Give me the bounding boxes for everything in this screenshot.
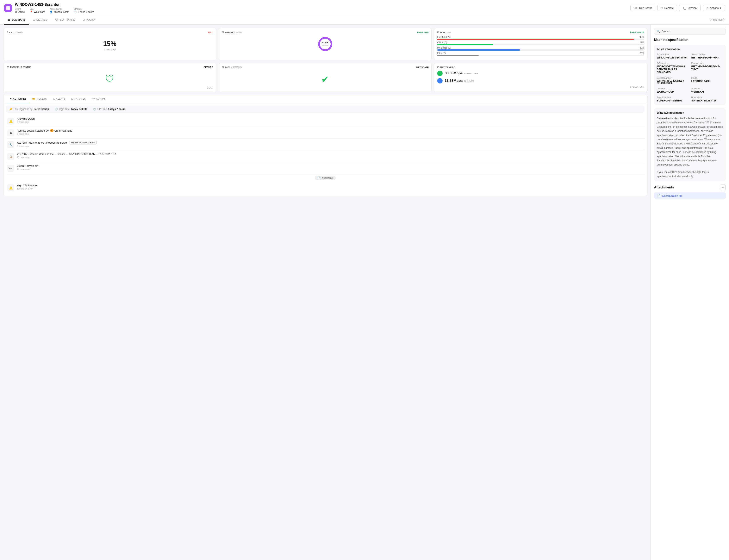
upload-speed: 33.33Mbps [445, 79, 463, 83]
act-tab-alerts[interactable]: ⚠ ALERTS [50, 95, 68, 103]
act-tab-tickets[interactable]: 🎫 TICKETS [29, 95, 50, 103]
activity-time: 2 hours ago [17, 121, 643, 123]
disk-free: FREE 550GB [630, 31, 644, 34]
act-tab-activities[interactable]: ✦ ACTIVITIES [7, 95, 29, 103]
disk-name: Files (E) [437, 52, 446, 54]
disk-name: Local disk (C) [437, 36, 451, 38]
right-panel: 🔍 Machine specification Asset informatio… [650, 25, 729, 560]
disk-title: ⊟ DISK 1TB [437, 31, 451, 34]
upload-label: UPLOAD [464, 80, 474, 82]
terminal-button[interactable]: >_ Terminal [679, 5, 701, 11]
search-input[interactable] [662, 30, 723, 33]
session-bar: 🔑 Last logged in by Peter Bishop 🕐 login… [6, 106, 644, 113]
activity-content: High CPU usage Yesterday, 5 AM [17, 184, 643, 190]
disk-percent: 20% [640, 52, 644, 54]
memory-title: ⊡ MEMORY 16GB [222, 31, 242, 34]
run-script-button[interactable]: </> Run Script [630, 5, 655, 11]
activity-content: Remote session started by C Chris Valent… [17, 129, 643, 135]
disk-bar-fill [437, 39, 634, 40]
activity-title: Clean Recycle bin [17, 164, 643, 167]
spec-antivirus: Antivirus WEBROOT [691, 87, 723, 93]
details-icon: ⊡ [33, 18, 35, 21]
device-info: WINDOWS-1453-Scranton Client 🖥 Acme Site… [15, 2, 94, 13]
clock-icon: 🕐 [74, 11, 77, 13]
asset-spec-grid: Asset name WINDOWS-1453-Scranton Serial … [657, 53, 723, 102]
cpu-load-display: 15% CPU LOAD [6, 36, 213, 55]
remote-button[interactable]: ⊞ Remote [657, 5, 677, 11]
act-tab-patches[interactable]: ⊟ PATCHES [68, 95, 89, 103]
disk-bar-fill [437, 44, 493, 45]
list-item: 🖥 Remote session started by C Chris Vale… [6, 127, 644, 139]
left-panel: ⊡ CPU 2.6GHZ 55°C 15% CPU LOAD ⊡ MEMORY [0, 25, 650, 560]
tab-details[interactable]: ⊡ DETAILS [29, 15, 51, 25]
disk-percent: 40% [640, 46, 644, 49]
key-icon: 🔑 [9, 108, 12, 111]
svg-text:12 GB: 12 GB [322, 41, 329, 44]
tab-summary[interactable]: ☰ SUMMARY [4, 15, 29, 25]
activity-title: Antivirus Down [17, 117, 643, 120]
speed-test-label: SPEED TEST [437, 86, 644, 88]
patch-icon: ⊟ [222, 66, 224, 69]
chevron-down-icon: ▾ [720, 6, 721, 10]
tab-policy[interactable]: ⊟ POLICY [79, 15, 100, 25]
disk-card: ⊟ DISK 1TB FREE 550GB Local disk (C) 95% [434, 28, 647, 60]
policy-icon: ⊟ [82, 18, 85, 21]
attachment-file-label: Configuration file [662, 194, 682, 197]
app-icon [4, 4, 12, 12]
activity-content: Antivirus Down 2 hours ago [17, 117, 643, 123]
antivirus-card: 🛡 ANTIVIRUS STATUS SECURE 🛡 SCAN [3, 63, 216, 92]
memory-free: FREE 4GB [417, 31, 429, 34]
script-icon: </> [92, 97, 95, 100]
file-icon: 📄 [657, 194, 660, 197]
uptime-icon: 🕐 [93, 108, 96, 111]
metrics-row: ⊡ CPU 2.6GHZ 55°C 15% CPU LOAD ⊡ MEMORY [3, 28, 647, 60]
patch-icon-area: ✔ [222, 71, 429, 86]
disk-bar-item: Local disk (C) 95% [437, 36, 644, 40]
disk-percent: 27% [640, 41, 644, 44]
upload-icon: ↑ [437, 78, 443, 83]
location-icon: 📍 [30, 11, 33, 13]
attachments-header: Attachments + [654, 185, 726, 190]
scan-button[interactable]: SCAN [6, 87, 213, 89]
spec-serial-num: Serial Number 92643A67-8FE9-49A2-B2B3-B2… [657, 77, 689, 84]
net-title: ⊡ NET TRAFFIC [437, 66, 455, 69]
patches-icon: ⊟ [71, 97, 73, 100]
activity-time: Yesterday, 5 AM [17, 187, 643, 190]
actions-button[interactable]: ✕ Actions ▾ [703, 5, 725, 11]
history-button[interactable]: ↺ HISTORY [710, 18, 725, 21]
header-actions: </> Run Script ⊞ Remote >_ Terminal ✕ Ac… [630, 5, 725, 11]
download-label: DOWNLOAD [464, 72, 478, 75]
activities-section: ✦ ACTIVITIES 🎫 TICKETS ⚠ ALERTS ⊟ PATCHE… [3, 95, 647, 196]
session-uptime: 🕐 UP Time 5 days 7 hours [93, 108, 125, 111]
list-item: </> Clean Recycle bin 12 hours ago [6, 162, 644, 174]
search-icon: 🔍 [657, 30, 660, 33]
tab-software[interactable]: </> SOFTWARE [51, 15, 79, 25]
activity-icon: ⚠️ [7, 184, 14, 191]
windows-info-text2: If you use a POP3 email server, the data… [657, 170, 723, 179]
remote-icon: ⊞ [661, 6, 663, 10]
meta-client: Client 🖥 Acme [15, 8, 25, 13]
activity-content: Clean Recycle bin 12 hours ago [17, 164, 643, 170]
meta-owner: Asset owner 👤 Micheal Scott [50, 8, 69, 13]
attachment-file[interactable]: 📄 Configuration file [654, 192, 726, 199]
client-icon: 🖥 [15, 11, 17, 13]
disk-name: Office (D) [437, 41, 447, 44]
memory-icon: ⊡ [222, 31, 224, 34]
cpu-percent: 15% [6, 40, 213, 48]
search-box[interactable]: 🔍 [654, 28, 726, 35]
list-item: 🔧 #127387 Maintenance : Reboot the serve… [6, 139, 644, 150]
cpu-load-label: CPU LOAD [6, 48, 213, 51]
antivirus-title: 🛡 ANTIVIRUS STATUS [6, 66, 31, 68]
tabs-bar: ☰ SUMMARY ⊡ DETAILS </> SOFTWARE ⊟ POLIC… [0, 15, 729, 25]
windows-information-section: Windows information Server-side synchron… [654, 108, 726, 181]
spec-model: Model LATITUDE 3490 [691, 77, 723, 84]
act-tab-script[interactable]: </> SCRIPT [89, 95, 108, 103]
clock-small-icon: 🕐 [318, 176, 321, 179]
session-logged-by: 🔑 Last logged in by Peter Bishop [9, 108, 49, 111]
memory-donut: 12 GB FREE UP [222, 36, 429, 52]
activity-title: #127387 Fifocom Wireless Inc. - Sensor -… [17, 153, 643, 156]
spec-hostname: Host name SUPEROPSAGENT56 [691, 96, 723, 102]
add-attachment-button[interactable]: + [720, 185, 726, 190]
activity-icon: ⚠️ [7, 118, 14, 125]
yesterday-pill: 🕐 Yesterday [315, 176, 336, 180]
